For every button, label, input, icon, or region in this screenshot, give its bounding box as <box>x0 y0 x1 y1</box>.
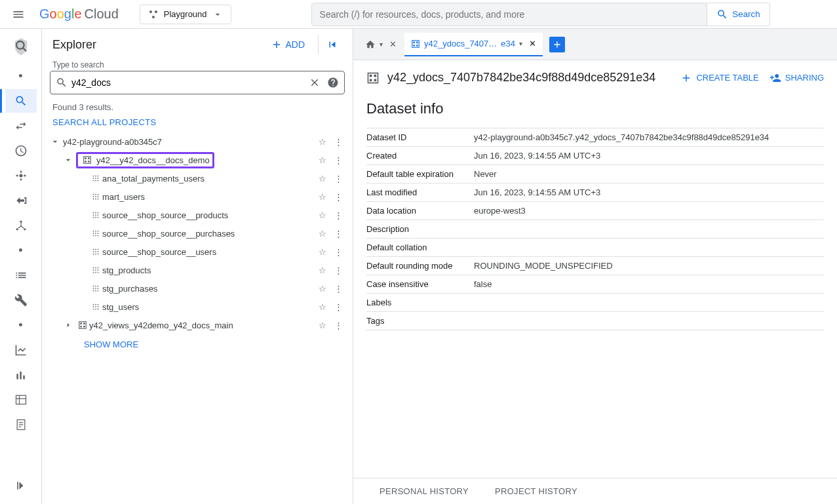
star-button[interactable]: ☆ <box>316 137 329 147</box>
svg-point-66 <box>93 254 94 255</box>
star-button[interactable]: ☆ <box>316 284 329 294</box>
tree-table-row[interactable]: mart_users ☆ ⋮ <box>45 187 350 206</box>
close-icon[interactable]: ✕ <box>529 39 536 48</box>
more-button[interactable]: ⋮ <box>332 320 345 330</box>
collapse-panel-button[interactable] <box>318 35 342 54</box>
star-button[interactable]: ☆ <box>316 265 329 275</box>
more-button[interactable]: ⋮ <box>332 265 345 275</box>
close-icon[interactable]: ✕ <box>389 39 397 49</box>
star-button[interactable]: ☆ <box>316 155 329 165</box>
project-history-tab[interactable]: PROJECT HISTORY <box>495 486 577 496</box>
sidebar-item-a[interactable] <box>5 338 37 362</box>
more-button[interactable]: ⋮ <box>332 192 345 202</box>
sidebar-bi-engine[interactable] <box>5 288 37 312</box>
svg-point-57 <box>93 235 94 237</box>
sidebar-item-c[interactable] <box>5 388 37 412</box>
svg-point-65 <box>98 251 99 252</box>
star-button[interactable]: ☆ <box>316 320 329 330</box>
sharing-button[interactable]: SHARING <box>769 72 824 84</box>
sidebar-item-d[interactable] <box>5 413 37 436</box>
add-button[interactable]: ADD <box>264 35 311 54</box>
star-button[interactable]: ☆ <box>316 192 329 202</box>
star-button[interactable]: ☆ <box>316 229 329 239</box>
sidebar-dataform[interactable] <box>5 189 37 212</box>
tree-table-row[interactable]: source__shop_source__products ☆ ⋮ <box>45 206 350 224</box>
svg-point-82 <box>95 288 96 289</box>
sidebar-expand[interactable] <box>5 474 37 497</box>
explorer-search-box[interactable] <box>50 71 345 94</box>
new-tab-button[interactable] <box>549 37 565 52</box>
clear-icon[interactable] <box>309 77 321 88</box>
tree-table-row[interactable]: source__shop_source__purchases ☆ ⋮ <box>45 224 350 242</box>
more-button[interactable]: ⋮ <box>332 174 345 184</box>
svg-point-75 <box>93 272 94 273</box>
tab-dropdown[interactable]: ▾ <box>519 40 522 47</box>
tree-table-row[interactable]: ana_total_payments_users ☆ ⋮ <box>45 169 350 187</box>
sidebar-sql-workspace[interactable] <box>5 89 37 113</box>
star-button[interactable]: ☆ <box>316 247 329 257</box>
star-button[interactable]: ☆ <box>316 302 329 312</box>
more-button[interactable]: ⋮ <box>332 155 345 165</box>
svg-point-32 <box>98 180 99 182</box>
svg-point-99 <box>81 326 82 327</box>
create-table-button[interactable]: CREATE TABLE <box>680 72 758 84</box>
sidebar-dot-1[interactable] <box>5 64 37 88</box>
svg-point-1 <box>155 10 157 13</box>
star-button[interactable]: ☆ <box>316 210 329 220</box>
collapse-toggle[interactable] <box>50 136 63 147</box>
bigquery-logo[interactable] <box>9 34 33 58</box>
tree-table-row[interactable]: source__shop_source__users ☆ ⋮ <box>45 242 350 261</box>
more-button[interactable]: ⋮ <box>332 284 345 294</box>
search-box[interactable] <box>311 3 708 26</box>
search-icon <box>56 77 68 88</box>
logo-google: Google <box>39 7 82 22</box>
global-search-input[interactable] <box>320 9 699 20</box>
more-button[interactable]: ⋮ <box>332 229 345 239</box>
menu-button[interactable] <box>5 1 31 28</box>
dataset-icon <box>81 155 94 165</box>
tree-dataset-row[interactable]: y42_views_y42demo_y42_docs_main ☆ ⋮ <box>45 316 350 334</box>
svg-point-62 <box>98 249 99 250</box>
search-all-projects[interactable]: SEARCH ALL PROJECTS <box>42 115 353 132</box>
sidebar-data-transfers[interactable] <box>5 114 37 138</box>
expand-toggle[interactable] <box>63 320 76 330</box>
info-row: Created Jun 16, 2023, 9:14:55 AM UTC+3 <box>366 146 824 165</box>
sidebar-item-b[interactable] <box>5 363 37 387</box>
show-more-button[interactable]: SHOW MORE <box>45 334 350 355</box>
sidebar-partner-center[interactable] <box>5 214 37 237</box>
explorer-search-input[interactable] <box>71 77 309 88</box>
plus-icon <box>680 72 692 84</box>
search-button[interactable]: Search <box>707 3 769 26</box>
logo[interactable]: Google Cloud <box>39 7 119 22</box>
collapse-toggle[interactable] <box>63 155 76 165</box>
svg-point-7 <box>16 228 18 230</box>
svg-point-42 <box>93 212 94 214</box>
more-button[interactable]: ⋮ <box>332 210 345 220</box>
star-button[interactable]: ☆ <box>316 174 329 184</box>
personal-history-tab[interactable]: PERSONAL HISTORY <box>380 486 469 496</box>
info-key: Tags <box>366 316 474 326</box>
info-row: Default table expiration Never <box>366 165 824 183</box>
help-icon[interactable] <box>327 77 339 88</box>
more-button[interactable]: ⋮ <box>332 137 345 147</box>
info-key: Dataset ID <box>366 132 474 142</box>
tab-dropdown[interactable]: ▾ <box>380 41 383 48</box>
tree-table-row[interactable]: stg_products ☆ ⋮ <box>45 261 350 279</box>
sidebar-capacity-mgmt[interactable] <box>5 263 37 287</box>
svg-point-73 <box>95 269 96 271</box>
tree-project-row[interactable]: y42-playground-a0b345c7 ☆ ⋮ <box>45 132 350 151</box>
info-row: Description <box>366 220 824 238</box>
sidebar-analytics-hub[interactable] <box>5 164 37 187</box>
tree-table-row[interactable]: stg_purchases ☆ ⋮ <box>45 279 350 298</box>
project-selector[interactable]: Playground <box>140 5 231 24</box>
tree-table-row[interactable]: stg_users ☆ ⋮ <box>45 298 350 316</box>
sidebar-scheduled-queries[interactable] <box>5 139 37 163</box>
more-button[interactable]: ⋮ <box>332 302 345 312</box>
dataset-tab[interactable]: y42_ydocs_7407… e34 ▾ ✕ <box>404 33 543 56</box>
info-row: Case insensitive false <box>366 275 824 293</box>
sidebar-dot-3[interactable] <box>5 313 37 337</box>
home-tab[interactable]: ▾ ✕ <box>359 33 403 56</box>
sidebar-dot-2[interactable] <box>5 239 37 262</box>
tree-dataset-row-highlighted[interactable]: y42__y42_docs__docs_demo ☆ ⋮ <box>45 151 350 169</box>
more-button[interactable]: ⋮ <box>332 247 345 257</box>
